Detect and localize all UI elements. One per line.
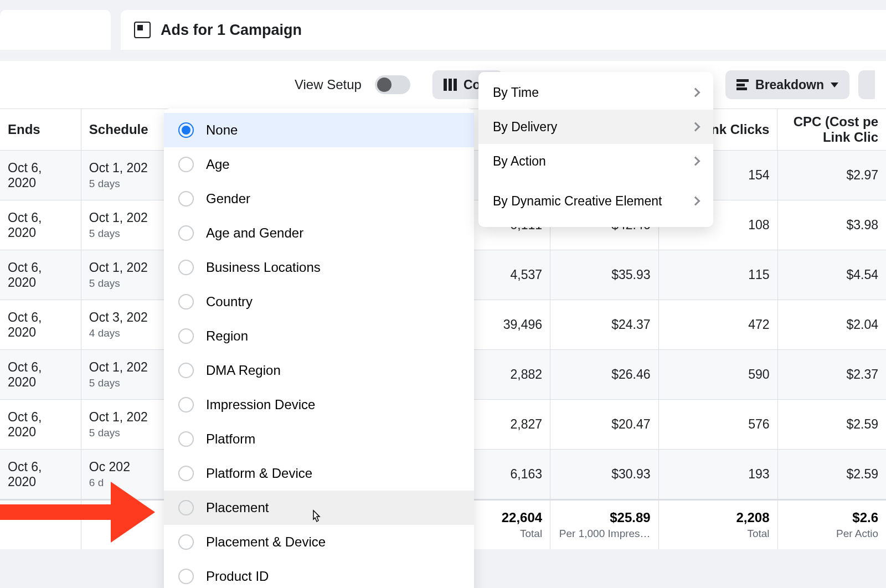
radio-icon [178,122,194,138]
radio-icon [178,225,194,241]
option-label: Platform & Device [206,466,312,481]
breakdown-option-business-locations[interactable]: Business Locations [164,250,474,285]
annotation-arrow [0,482,155,543]
cell-amount: $20.47 [550,400,658,449]
radio-icon [178,397,194,412]
footer-cpc: $2.6 [852,510,878,525]
option-label: Product ID [206,569,269,584]
radio-icon [178,363,194,378]
column-header-ends[interactable]: Ends [0,109,81,150]
option-label: Country [206,294,253,310]
option-label: Platform [206,431,255,447]
option-label: Age [206,157,230,172]
radio-icon [178,534,194,550]
subitem-label: By Delivery [493,120,557,135]
footer-cpc-sub: Per Actio [836,528,878,540]
breakdown-category-by-dynamic-creative-element[interactable]: By Dynamic Creative Element [478,178,713,224]
column-header-cpc[interactable]: CPC (Cost pe Link Clic [777,109,886,150]
breakdown-option-age[interactable]: Age [164,147,474,182]
breakdown-category-by-delivery[interactable]: By Delivery [478,110,713,144]
breakdown-category-by-time[interactable]: By Time [478,75,713,110]
option-label: None [206,122,238,138]
option-label: DMA Region [206,363,281,378]
breakdown-option-placement-device[interactable]: Placement & Device [164,525,474,559]
chevron-right-icon [691,157,700,166]
breakdown-option-platform-device[interactable]: Platform & Device [164,456,474,491]
option-label: Region [206,328,248,344]
breakdown-menu-panel: By TimeBy DeliveryBy ActionBy Dynamic Cr… [478,72,713,227]
chevron-right-icon [691,122,700,132]
cell-amount: $24.37 [550,300,658,349]
tab-placeholder[interactable] [0,10,111,50]
view-setup-label: View Setup [295,77,362,92]
breakdown-option-none[interactable]: None [164,113,474,147]
breakdown-button[interactable]: Breakdown [725,70,849,99]
cell-link-clicks: 576 [659,400,778,449]
breakdown-option-country[interactable]: Country [164,285,474,319]
cell-cpc: $2.59 [778,400,886,449]
chevron-right-icon [691,88,700,97]
cell-cpc: $2.04 [778,300,886,349]
breakdown-option-dma-region[interactable]: DMA Region [164,353,474,388]
footer-clicks: 2,208 [736,510,770,525]
radio-icon [178,466,194,481]
radio-icon [178,500,194,515]
columns-icon [444,79,457,91]
option-label: Age and Gender [206,225,303,241]
radio-icon [178,191,194,207]
toolbar: View Setup Colu Breakdown [0,61,886,109]
breakdown-option-product-id[interactable]: Product ID [164,559,474,588]
breakdown-option-platform[interactable]: Platform [164,422,474,456]
option-label: Gender [206,191,250,207]
cell-schedule: Oct 1, 2025 days [81,151,169,200]
cell-cpc: $2.37 [778,350,886,399]
cell-schedule: Oct 1, 2025 days [81,250,169,300]
cell-amount: $35.93 [550,250,658,300]
cell-ends: Oct 6, 2020 [0,250,81,300]
ad-icon [134,22,151,38]
tab-title: Ads for 1 Campaign [161,22,302,39]
breakdown-option-gender[interactable]: Gender [164,182,474,216]
radio-icon [178,157,194,172]
radio-icon [178,569,194,584]
footer-clicks-sub: Total [747,528,769,540]
tab-ads-for-campaign[interactable]: Ads for 1 Campaign [121,10,886,50]
cell-cpc: $2.59 [778,450,886,499]
subitem-label: By Action [493,154,546,169]
cell-schedule: Oct 1, 2025 days [81,200,169,250]
footer-amount-sub: Per 1,000 Impres… [559,528,651,540]
breakdown-icon [736,79,749,90]
footer-impressions: 22,604 [502,510,542,525]
radio-icon [178,260,194,275]
cell-cpc: $2.97 [778,151,886,200]
view-setup-toggle[interactable] [375,75,410,94]
cursor-icon [309,509,321,527]
footer-amount: $25.89 [610,510,650,525]
cell-cpc: $4.54 [778,250,886,300]
breakdown-category-by-action[interactable]: By Action [478,144,713,178]
cell-schedule: Oct 1, 2025 days [81,350,169,399]
cell-amount: $26.46 [550,350,658,399]
option-label: Placement & Device [206,534,326,550]
breakdown-label: Breakdown [755,78,824,92]
cell-link-clicks: 193 [659,450,778,499]
cell-ends: Oct 6, 2020 [0,151,81,200]
radio-icon [178,328,194,344]
extra-button[interactable] [858,70,875,99]
subitem-label: By Dynamic Creative Element [493,194,662,209]
radio-icon [178,294,194,310]
footer-impressions-sub: Total [520,528,542,540]
cell-link-clicks: 590 [659,350,778,399]
cell-cpc: $3.98 [778,200,886,250]
radio-icon [178,431,194,447]
breakdown-option-impression-device[interactable]: Impression Device [164,388,474,422]
cell-link-clicks: 472 [659,300,778,349]
column-header-schedule[interactable]: Schedule [81,109,169,150]
cell-schedule: Oct 1, 2025 days [81,400,169,449]
option-label: Impression Device [206,397,315,412]
breakdown-option-region[interactable]: Region [164,319,474,353]
chevron-right-icon [691,197,700,206]
cell-amount: $30.93 [550,450,658,499]
breakdown-option-age-and-gender[interactable]: Age and Gender [164,216,474,250]
cell-ends: Oct 6, 2020 [0,200,81,250]
